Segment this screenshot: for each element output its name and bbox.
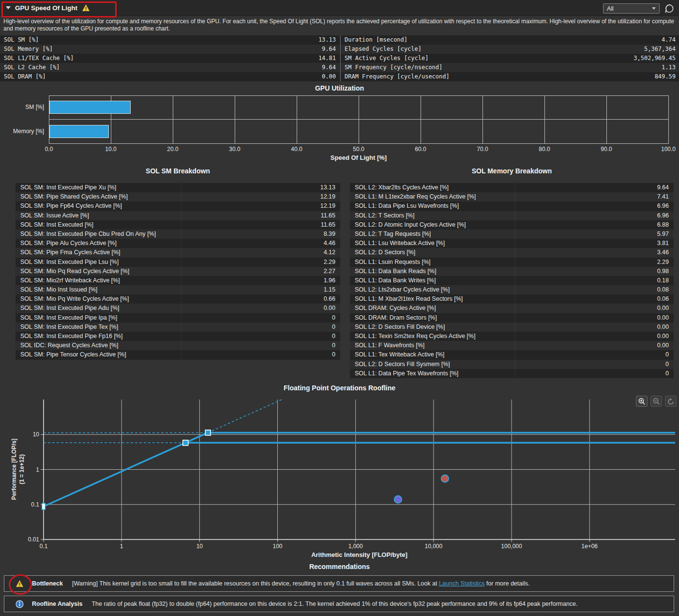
- table-row: SOL L1: M L1tex2xbar Req Cycles Active […: [350, 192, 674, 201]
- table-row: SM Frequency [cycle/nsecond]1.13: [341, 63, 679, 72]
- metric-label: SOL L1: Data Bank Reads [%]: [355, 267, 515, 276]
- metric-value: 9.64: [515, 183, 669, 192]
- gridline: [49, 95, 668, 96]
- table-row: SOL L2: T Sectors [%]6.96: [350, 211, 674, 220]
- recommendation-text: The ratio of peak float (fp32) to double…: [91, 601, 577, 607]
- table-row: SOL L2: Xbar2lts Cycles Active [%]9.64: [350, 183, 674, 192]
- chevron-down-icon: [652, 7, 656, 10]
- metric-value: 0: [181, 323, 335, 332]
- x-tick-label: 1e+06: [581, 543, 598, 550]
- metric-value: 14.81: [318, 54, 336, 63]
- recommendation-title: Roofline Analysis: [32, 601, 82, 607]
- x-tick-label: 100.0: [654, 146, 679, 153]
- gridline: [421, 95, 421, 144]
- metric-value: 0: [515, 360, 669, 369]
- metric-value: 4.46: [181, 239, 335, 248]
- metric-label: SOL SM: Mio2rf Writeback Active [%]: [20, 276, 181, 285]
- memory-line-extension: [208, 400, 282, 432]
- table-row: SOL L1: Data Bank Writes [%]0.18: [350, 276, 674, 285]
- metric-label: SOL SM: Pipe Fp64 Cycles Active [%]: [20, 201, 181, 211]
- x-tick-label: 0.0: [34, 146, 63, 153]
- x-tick-label: 1: [120, 543, 123, 550]
- x-tick-label: 60.0: [406, 146, 435, 153]
- collapse-arrow-icon[interactable]: [6, 6, 11, 9]
- metric-value: 0.00: [515, 313, 669, 323]
- metric-value: 0.00: [181, 304, 335, 313]
- gridline: [173, 95, 173, 144]
- metric-label: SOL L1: Tex Writeback Active [%]: [355, 350, 515, 359]
- metric-value: 3.46: [515, 248, 669, 257]
- table-row: SOL L2: D Atomic Input Cycles Active [%]…: [350, 220, 674, 230]
- metric-label: SOL IDC: Request Cycles Active [%]: [20, 341, 181, 350]
- metric-label: SOL L2: Lts2xbar Cycles Active [%]: [355, 285, 515, 294]
- zoom-in-button[interactable]: [636, 396, 648, 407]
- start-marker: [42, 503, 45, 509]
- table-row: SOL L2: T Tag Requests [%]5.97: [350, 230, 674, 239]
- table-row: SOL SM: Pipe Fma Cycles Active [%]4.12: [15, 248, 340, 257]
- metric-value: 0.06: [515, 294, 669, 304]
- metric-value: 6.96: [515, 211, 669, 220]
- metric-label: SOL DRAM [%]: [4, 72, 322, 81]
- roofline-chart[interactable]: 0.11101001,00010,000100,0001e+060.010.11…: [0, 395, 679, 562]
- warning-icon: [82, 4, 90, 12]
- metric-label: SOL L2: D Sectors [%]: [355, 248, 515, 257]
- gpu-utilization-xticks: 0.010.020.030.040.050.060.070.080.090.01…: [49, 146, 669, 154]
- metric-label: SOL L1: Texin Sm2tex Req Cycles Active […: [355, 332, 515, 341]
- sm-breakdown-title: SOL SM Breakdown: [15, 167, 340, 175]
- zoom-out-button[interactable]: [650, 396, 662, 407]
- metric-label: SOL SM: Issue Active [%]: [20, 211, 181, 220]
- reset-view-button[interactable]: [665, 396, 677, 407]
- page-title[interactable]: GPU Speed Of Light: [15, 4, 77, 12]
- metric-value: 6.96: [515, 201, 669, 211]
- metric-value: 9.64: [322, 63, 336, 72]
- gridline: [606, 95, 607, 144]
- utilization-bar: [49, 125, 109, 138]
- metric-value: 0.08: [515, 285, 669, 294]
- metric-value: 0: [181, 332, 335, 341]
- table-row: SOL L1/TEX Cache [%]14.81: [0, 54, 340, 63]
- metric-value: 12.19: [181, 201, 335, 211]
- x-tick-label: 10,000: [425, 543, 443, 550]
- table-row: SOL SM: Pipe Fp64 Cycles Active [%]12.19: [15, 201, 340, 211]
- table-row: SOL SM: Mio Inst Issued [%]1.15: [15, 285, 340, 294]
- roofline-title: Floating Point Operations Roofline: [0, 384, 679, 392]
- table-row: SOL SM: Inst Executed Pipe Adu [%]0.00: [15, 304, 340, 313]
- metric-label: SOL L1/TEX Cache [%]: [4, 54, 318, 63]
- recommendation-bottleneck: Bottleneck [Warning] This kernel grid is…: [4, 575, 674, 592]
- metric-value: 12.19: [181, 192, 335, 201]
- metric-value: 0: [515, 350, 669, 359]
- x-tick-label: 100,000: [501, 543, 522, 550]
- metric-label: SOL SM: Pipe Tensor Cycles Active [%]: [20, 350, 181, 359]
- table-row: SOL SM: Pipe Alu Cycles Active [%]4.46: [15, 239, 340, 248]
- metric-value: 2.29: [515, 258, 669, 267]
- gridline: [359, 95, 359, 144]
- metric-label: SOL L1: Lsuin Requests [%]: [355, 258, 515, 267]
- magnifier-minus-icon: [652, 398, 660, 405]
- table-row: SOL L1: Data Pipe Tex Wavefronts [%]0: [350, 369, 674, 378]
- category-label: Memory [%]: [0, 128, 46, 135]
- metric-label: SOL SM: Inst Executed Pipe Fp16 [%]: [20, 332, 181, 341]
- category-label: SM [%]: [0, 104, 46, 110]
- table-row: Duration [msecond]4.74: [341, 35, 679, 45]
- metric-label: SOL SM [%]: [4, 35, 318, 45]
- metric-value: 0.00: [515, 304, 669, 313]
- table-row: SOL L2: D Sectors [%]3.46: [350, 248, 674, 257]
- gpu-speed-of-light-page: GPU Speed Of Light All High-level overvi…: [0, 0, 679, 616]
- comment-icon[interactable]: [664, 3, 675, 14]
- table-row: SOL SM: Mio Pq Read Cycles Active [%]2.2…: [15, 267, 340, 276]
- metric-value: 11.65: [181, 211, 335, 220]
- x-tick-label: 30.0: [220, 146, 249, 153]
- table-row: SOL SM: Inst Executed Pipe Fp16 [%]0: [15, 332, 340, 341]
- gpu-utilization-plot: [49, 95, 668, 144]
- table-row: SOL DRAM: Cycles Active [%]0.00: [350, 304, 674, 313]
- metric-label: SOL L1: Data Bank Writes [%]: [355, 276, 515, 285]
- metric-label: SOL L1: Data Pipe Tex Wavefronts [%]: [355, 369, 515, 378]
- metric-label: SOL SM: Mio Pq Write Cycles Active [%]: [20, 294, 181, 304]
- metric-label: SOL L2: T Sectors [%]: [355, 211, 515, 220]
- sm-breakdown-table: SOL SM: Inst Executed Pipe Xu [%]13.13SO…: [15, 183, 340, 360]
- launch-statistics-link[interactable]: Launch Statistics: [439, 580, 485, 587]
- metric-value: 13.13: [181, 183, 335, 192]
- table-row: SOL SM: Inst Executed [%]11.65: [15, 220, 340, 230]
- filter-dropdown[interactable]: All: [603, 3, 660, 14]
- table-row: SOL SM [%]13.13: [0, 35, 340, 45]
